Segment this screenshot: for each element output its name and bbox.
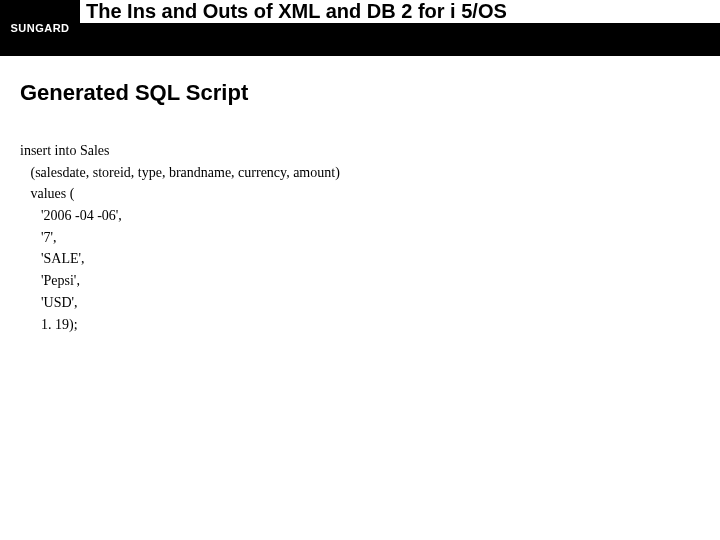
code-line: (salesdate, storeid, type, brandname, cu… [20,165,340,180]
code-line: 'Pepsi', [20,273,80,288]
code-line: '2006 -04 -06', [20,208,122,223]
slide-header: SUNGARD The Ins and Outs of XML and DB 2… [0,0,720,56]
slide-content: Generated SQL Script insert into Sales (… [0,56,720,335]
slide-title: The Ins and Outs of XML and DB 2 for i 5… [86,0,507,23]
subheader-strip [80,23,720,47]
title-bar: The Ins and Outs of XML and DB 2 for i 5… [80,0,720,23]
code-line: 'USD', [20,295,78,310]
code-line: values ( [20,186,74,201]
code-line: 'SALE', [20,251,85,266]
code-line: '7', [20,230,57,245]
brand-logo: SUNGARD [0,0,80,56]
sql-code-block: insert into Sales (salesdate, storeid, t… [20,140,700,335]
section-title: Generated SQL Script [20,80,700,106]
brand-logo-text: SUNGARD [10,22,69,34]
code-line: insert into Sales [20,143,109,158]
code-line: 1. 19); [20,317,78,332]
